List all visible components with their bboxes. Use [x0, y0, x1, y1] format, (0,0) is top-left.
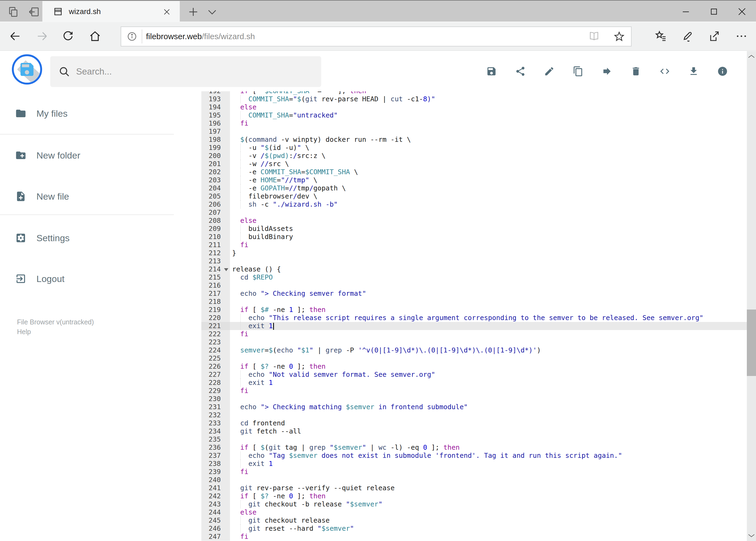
code-text[interactable]: sh -c "./wizard.sh -b" [230, 201, 747, 209]
code-text[interactable]: if [ $(git tag | grep "$semver" | wc -l)… [230, 443, 747, 452]
code-line-192[interactable]: 192 if [ "$COMMIT_SHA" = "" ]; then [201, 91, 747, 95]
line-number[interactable]: 238 [201, 460, 230, 468]
code-text[interactable]: release () { [230, 265, 747, 273]
code-line-243[interactable]: 243 git checkout -b release "$semver" [201, 500, 747, 508]
line-number[interactable]: 220 [201, 314, 230, 322]
code-line-227[interactable]: 227 echo "Not valid semver format. See s… [201, 370, 747, 379]
code-line-205[interactable]: 205 filebrowser/dev \ [201, 192, 747, 201]
line-number[interactable]: 198 [201, 136, 230, 144]
code-line-193[interactable]: 193 COMMIT_SHA="$(git rev-parse HEAD | c… [201, 95, 747, 103]
code-text[interactable]: echo "> Checking matching $semver in fro… [230, 403, 747, 411]
code-text[interactable]: fi [230, 241, 747, 249]
line-number[interactable]: 237 [201, 452, 230, 460]
browser-tab[interactable]: wizard.sh [42, 1, 180, 22]
code-text[interactable]: -w //src \ [230, 160, 747, 168]
sidebar-item-my-files[interactable]: My files [0, 101, 174, 126]
code-line-208[interactable]: 208 else [201, 217, 747, 225]
search-box[interactable] [50, 56, 321, 87]
code-line-236[interactable]: 236 if [ $(git tag | grep "$semver" | wc… [201, 443, 747, 452]
code-line-222[interactable]: 222 fi [201, 330, 747, 338]
code-text[interactable]: cd $REPO [230, 273, 747, 281]
code-line-206[interactable]: 206 sh -c "./wizard.sh -b" [201, 201, 747, 209]
code-line-196[interactable]: 196 fi [201, 119, 747, 128]
code-text[interactable]: fi [230, 119, 747, 128]
line-number[interactable]: 243 [201, 500, 230, 508]
code-text[interactable]: else [230, 103, 747, 111]
code-line-209[interactable]: 209 buildAssets [201, 225, 747, 233]
line-number[interactable]: 247 [201, 533, 230, 541]
code-line-214[interactable]: 214release () { [201, 265, 747, 273]
line-number[interactable]: 207 [201, 209, 230, 217]
code-text[interactable]: if [ $# -ne 1 ]; then [230, 306, 747, 314]
code-text[interactable] [230, 395, 747, 403]
code-text[interactable] [230, 128, 747, 136]
code-line-233[interactable]: 233 cd frontend [201, 419, 747, 427]
code-text[interactable]: else [230, 217, 747, 225]
code-line-213[interactable]: 213 [201, 257, 747, 265]
code-text[interactable] [230, 476, 747, 484]
code-text[interactable]: -v /$(pwd):/src:z \ [230, 152, 747, 160]
code-text[interactable]: echo "> Checking semver format" [230, 289, 747, 297]
line-number[interactable]: 192 [201, 91, 230, 95]
line-number[interactable]: 219 [201, 306, 230, 314]
code-line-218[interactable]: 218 [201, 297, 747, 306]
line-number[interactable]: 209 [201, 225, 230, 233]
code-line-199[interactable]: 199 -u "$(id -u)" \ [201, 144, 747, 152]
minimize-icon[interactable] [672, 1, 700, 22]
code-text[interactable]: exit 1 [230, 322, 747, 330]
code-line-234[interactable]: 234 git fetch --all [201, 427, 747, 435]
code-line-215[interactable]: 215 cd $REPO [201, 273, 747, 281]
code-text[interactable]: -e COMMIT_SHA=$COMMIT_SHA \ [230, 168, 747, 176]
edit-icon[interactable] [544, 66, 555, 77]
code-icon[interactable] [659, 66, 670, 77]
line-number[interactable]: 211 [201, 241, 230, 249]
code-line-217[interactable]: 217 echo "> Checking semver format" [201, 289, 747, 297]
line-number[interactable]: 214 [201, 265, 230, 273]
code-text[interactable]: -e HOME="//tmp" \ [230, 176, 747, 184]
fold-arrow-icon[interactable] [224, 268, 228, 271]
filebrowser-logo[interactable] [12, 54, 42, 85]
tab-dropdown-icon[interactable] [207, 8, 219, 20]
code-line-231[interactable]: 231 echo "> Checking matching $semver in… [201, 403, 747, 411]
line-number[interactable]: 223 [201, 338, 230, 346]
line-number[interactable]: 240 [201, 476, 230, 484]
scrollbar-thumb[interactable] [747, 309, 756, 376]
line-number[interactable]: 244 [201, 508, 230, 516]
share-icon[interactable] [515, 66, 526, 77]
code-text[interactable]: buildAssets [230, 225, 747, 233]
line-number[interactable]: 200 [201, 152, 230, 160]
code-line-237[interactable]: 237 echo "Tag $semver does not exist in … [201, 452, 747, 460]
code-text[interactable]: if [ $? -ne 0 ]; then [230, 362, 747, 370]
code-text[interactable]: -u "$(id -u)" \ [230, 144, 747, 152]
scroll-up-icon[interactable] [747, 51, 756, 62]
code-line-219[interactable]: 219 if [ $# -ne 1 ]; then [201, 306, 747, 314]
line-number[interactable]: 235 [201, 435, 230, 443]
info-icon[interactable] [126, 31, 137, 42]
code-text[interactable]: fi [230, 330, 747, 338]
code-text[interactable] [230, 411, 747, 419]
code-line-226[interactable]: 226 if [ $? -ne 0 ]; then [201, 362, 747, 370]
code-text[interactable]: fi [230, 468, 747, 476]
line-number[interactable]: 196 [201, 119, 230, 128]
code-text[interactable]: if [ "$COMMIT_SHA" = "" ]; then [230, 91, 747, 95]
line-number[interactable]: 228 [201, 379, 230, 387]
code-text[interactable]: echo "This release script requires a sin… [230, 314, 747, 322]
code-line-200[interactable]: 200 -v /$(pwd):/src:z \ [201, 152, 747, 160]
line-number[interactable]: 205 [201, 192, 230, 201]
code-line-201[interactable]: 201 -w //src \ [201, 160, 747, 168]
code-text[interactable] [230, 281, 747, 289]
line-number[interactable]: 239 [201, 468, 230, 476]
back-icon[interactable] [5, 26, 25, 46]
page-scrollbar[interactable] [747, 51, 756, 541]
download-icon[interactable] [688, 66, 699, 77]
url-bar[interactable]: filebrowser.web/files/wizard.sh [121, 26, 631, 46]
code-line-224[interactable]: 224 semver=$(echo "$1" | grep -P '^v(0|[… [201, 346, 747, 354]
code-text[interactable]: git fetch --all [230, 427, 747, 435]
code-text[interactable]: COMMIT_SHA="untracked" [230, 111, 747, 119]
line-number[interactable]: 217 [201, 289, 230, 297]
code-line-240[interactable]: 240 [201, 476, 747, 484]
code-line-204[interactable]: 204 -e GOPATH=//tmp/gopath \ [201, 184, 747, 192]
more-icon[interactable] [731, 26, 752, 46]
line-number[interactable]: 195 [201, 111, 230, 119]
code-text[interactable]: exit 1 [230, 460, 747, 468]
